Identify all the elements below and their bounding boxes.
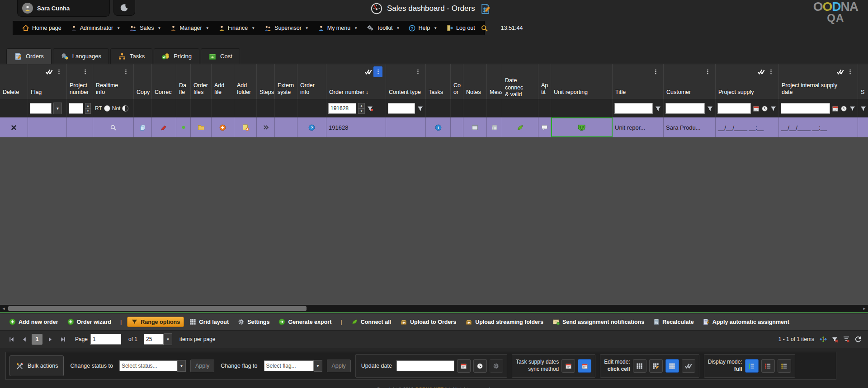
edit-mode-confirm-button[interactable] — [682, 359, 695, 373]
sync-method-manual-button[interactable] — [561, 359, 575, 373]
column-header-title[interactable]: Title — [613, 64, 664, 99]
apply-status-button[interactable]: Apply — [190, 360, 214, 372]
apply-flag-button[interactable]: Apply — [327, 360, 351, 372]
user-chip[interactable]: Sara Cunha — [17, 0, 110, 17]
menu-item-toolkit[interactable]: Toolkit▼ — [362, 21, 404, 35]
filter-text-input[interactable] — [781, 103, 830, 114]
menu-item-sales[interactable]: Sales▼ — [125, 21, 165, 35]
column-header-notes[interactable]: Notes — [463, 64, 487, 99]
reset-grid-icon[interactable] — [843, 336, 850, 343]
cell-mess[interactable] — [487, 117, 502, 137]
status-select[interactable]: Select status... ▼ — [119, 360, 186, 372]
table-row[interactable]: ?191628iUnit repor...Sara Produ...__/__/… — [0, 117, 868, 137]
cell-flag[interactable] — [28, 117, 67, 137]
column-header-co-or[interactable]: Co or — [451, 64, 463, 99]
cell-s-cut[interactable] — [858, 117, 868, 137]
cell-da-fle[interactable] — [176, 117, 191, 137]
cell-order-files[interactable] — [191, 117, 212, 137]
last-page-button[interactable] — [58, 334, 68, 344]
funnel-icon[interactable] — [860, 105, 867, 112]
current-page-button[interactable]: 1 — [32, 334, 42, 345]
column-header-date-connec[interactable]: Date connec & valid — [502, 64, 538, 99]
tab-tasks[interactable]: Tasks — [110, 48, 152, 64]
scroll-right-arrow[interactable]: ► — [861, 305, 868, 312]
column-menu-button[interactable] — [413, 66, 422, 77]
refresh-icon[interactable] — [854, 336, 862, 343]
cell-content-type[interactable] — [386, 117, 426, 137]
funnel-icon[interactable] — [655, 105, 661, 112]
menu-item-supervisor[interactable]: Supervisor▼ — [259, 21, 313, 35]
funnel-icon[interactable] — [849, 105, 856, 112]
spinner-up-icon[interactable]: ▲ — [85, 103, 91, 108]
column-header-s-cut[interactable]: S — [858, 64, 868, 99]
display-mode-mixed-button[interactable] — [778, 359, 791, 373]
toolbar-apply-automatic-assignment[interactable]: Apply automatic assignment — [699, 317, 793, 327]
column-menu-button[interactable] — [373, 66, 382, 77]
filter-text-input[interactable] — [717, 103, 751, 114]
menu-item-administrator[interactable]: Administrator▼ — [66, 21, 125, 35]
menu-item-log-out[interactable]: Log out — [442, 21, 480, 35]
filter-text-input[interactable] — [388, 103, 415, 114]
column-menu-button[interactable] — [845, 66, 854, 77]
toolbar-send-assignment-notifications[interactable]: Send assignment notifications — [549, 318, 648, 327]
sync-method-auto-button[interactable] — [578, 359, 591, 373]
search-icon[interactable] — [481, 24, 488, 32]
tab-orders[interactable]: Orders — [6, 48, 52, 64]
column-header-customer[interactable]: Customer — [664, 64, 716, 99]
page-number-input[interactable] — [90, 334, 121, 345]
cell-add-file[interactable] — [212, 117, 234, 137]
menu-item-help[interactable]: ?Help▼ — [404, 21, 442, 35]
filter-spinner-buttons[interactable]: ▲▼ — [85, 103, 91, 114]
clear-filters-icon[interactable] — [831, 336, 838, 343]
clock-icon[interactable] — [840, 105, 847, 112]
column-header-add-folder[interactable]: Add folder — [234, 64, 257, 99]
spinner-up-icon[interactable]: ▲ — [358, 103, 365, 108]
cell-tasks[interactable]: i — [426, 117, 451, 137]
filter-text-input[interactable] — [665, 103, 705, 114]
update-date-input[interactable] — [396, 360, 454, 371]
column-header-add-file[interactable]: Add file — [212, 64, 234, 99]
cell-copy[interactable] — [134, 117, 152, 137]
cell-co-or[interactable] — [451, 117, 463, 137]
toolbar-order-wizard[interactable]: Order wizard — [64, 317, 115, 327]
bulk-actions-button[interactable]: Bulk actions — [9, 355, 64, 376]
cell-project-internal-supply-date[interactable]: __/__/____ __:__ — [779, 117, 858, 137]
cell-realtime-info[interactable] — [93, 117, 134, 137]
filter-number-input[interactable] — [69, 103, 83, 114]
menu-item-finance[interactable]: Finance▼ — [214, 21, 259, 35]
scrollbar-thumb[interactable] — [8, 306, 307, 311]
update-date-settings-button[interactable] — [490, 359, 503, 373]
column-header-unit-reporting[interactable]: Unit reporting — [551, 64, 613, 99]
column-header-correction[interactable]: Correc — [152, 64, 176, 99]
toolbar-range-options[interactable]: Range options — [127, 317, 184, 327]
column-header-order-files[interactable]: Order files — [191, 64, 212, 99]
cell-steps[interactable] — [257, 117, 275, 137]
column-menu-button[interactable] — [766, 66, 775, 77]
update-date-calendar-button[interactable] — [457, 359, 471, 373]
funnel-icon[interactable] — [417, 105, 424, 112]
toolbar-add-new-order[interactable]: Add new order — [5, 317, 62, 327]
cell-project-number[interactable] — [67, 117, 93, 137]
cell-add-folder[interactable] — [234, 117, 257, 137]
edit-mode-grid-button[interactable] — [633, 359, 646, 373]
column-header-project-supply[interactable]: Project supply — [716, 64, 779, 99]
cell-external-system[interactable] — [275, 117, 297, 137]
cell-title[interactable]: Unit repor... — [613, 117, 664, 137]
status-select-caret[interactable]: ▼ — [177, 360, 186, 372]
column-header-order-number[interactable]: Order number↓ — [326, 64, 386, 99]
filter-spinner-buttons[interactable]: ▲▼ — [358, 103, 365, 114]
menu-item-home-page[interactable]: Home page — [18, 21, 66, 35]
edit-grid-icon[interactable] — [480, 3, 491, 14]
menu-item-manager[interactable]: Manager▼ — [165, 21, 213, 35]
spinner-down-icon[interactable]: ▼ — [358, 108, 365, 114]
page-size-select[interactable]: 25 ▼ — [144, 333, 172, 345]
display-mode-full-button[interactable] — [745, 359, 759, 373]
column-menu-button[interactable] — [54, 66, 63, 77]
filter-number-input[interactable]: 191628 — [328, 103, 356, 114]
column-header-ap-tit[interactable]: Ap tit — [538, 64, 551, 99]
column-header-project-number[interactable]: Project number — [67, 64, 93, 99]
first-page-button[interactable] — [6, 334, 16, 344]
page-size-caret[interactable]: ▼ — [164, 333, 172, 345]
tab-cost[interactable]: Cost — [201, 48, 240, 64]
fit-columns-icon[interactable] — [820, 336, 827, 343]
